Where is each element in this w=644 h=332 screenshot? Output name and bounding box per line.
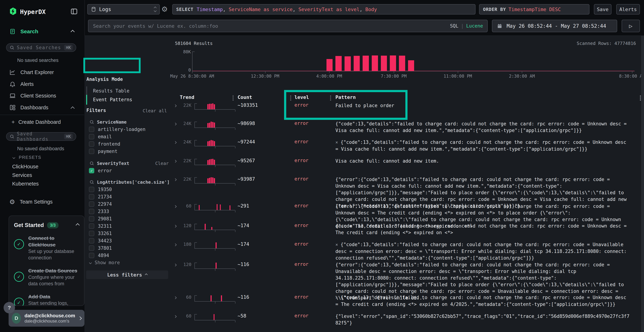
checkbox[interactable] [89,149,94,154]
trend-sparkline [194,140,235,146]
checkbox[interactable] [89,246,94,251]
pattern-cell[interactable]: × {"code":13,"details":"failed to charge… [336,120,632,134]
drag-handle-icon[interactable] [290,96,291,96]
checkbox[interactable] [89,202,94,207]
get-started-step[interactable]: ✓ Add Data Start sending logs, metrics, … [14,293,79,306]
chevron-up-icon[interactable] [76,223,80,227]
get-started-step[interactable]: ✓ Create Data Sources Configure where yo… [14,268,79,287]
pattern-cell[interactable]: × {"level":"error","span_id":"53060b827c… [336,313,632,326]
pattern-cell[interactable]: × {"code":13,"details":"failed to charge… [336,294,632,308]
event-search-bar[interactable]: SQL | Lucene [88,20,488,32]
pattern-text: {"code":13,"details":"failed to charge c… [336,121,627,133]
run-query-button[interactable]: ▷ [622,20,640,32]
pattern-cell[interactable]: × {"code":13,"details":"failed to charge… [336,241,632,261]
checkbox[interactable] [89,253,94,258]
source-select[interactable]: Logs [87,4,160,14]
pattern-cell[interactable]: × {"code":13,"details":"failed to charge… [336,223,632,236]
search-collapse-chevron-icon[interactable] [71,30,74,34]
help-button[interactable]: ? [4,302,15,314]
order-by-input[interactable]: ORDER BY TimestampTime DESC [479,4,590,14]
checkbox[interactable] [89,194,94,200]
save-button[interactable]: Save [594,4,612,14]
preset-dashboard-item[interactable]: ClickHouse [12,164,38,170]
less-filters-button[interactable]: Less filters [86,270,168,279]
search-input[interactable] [93,23,448,29]
trend-ymax-label: 24K [174,121,192,126]
filter-option[interactable]: 2333 [84,208,172,215]
pattern-cell[interactable]: × {"code":13,"details":"failed to charge… [336,139,632,152]
column-header-level[interactable]: level [294,94,309,100]
mode-results-table[interactable]: Results Table [93,88,130,94]
sidebar-item-dashboards[interactable]: Dashboards [9,104,48,111]
saved-searches-input[interactable]: Saved Searches ⌘K [6,43,76,52]
checkbox[interactable] [89,209,94,214]
filter-option[interactable]: 34423 [84,237,172,244]
search-icon[interactable] [90,120,94,124]
filter-option[interactable]: 19350 [84,186,172,193]
column-header-trend[interactable]: Trend [180,94,194,100]
filter-option[interactable]: 21734 [84,193,172,200]
filter-option[interactable]: 32311 [84,222,172,230]
create-dashboard-button[interactable]: + Create Dashboard [12,119,61,126]
collapse-sidebar-icon[interactable] [70,8,78,16]
preset-dashboard-item[interactable]: Kubernetes [12,181,39,187]
events-histogram[interactable] [192,52,634,71]
filter-option[interactable]: 37801 [84,244,172,252]
trend-sparkline [194,204,235,210]
scrollbar-track[interactable] [641,36,644,332]
mode-event-patterns[interactable]: Event Patterns [93,97,132,102]
dashboards-collapse-chevron-icon[interactable] [71,107,74,110]
preset-dashboard-item[interactable]: Services [12,172,32,178]
filter-option[interactable]: payment [84,148,172,155]
drag-handle-icon[interactable] [330,96,331,96]
filter-option[interactable]: 33261 [84,230,172,237]
checkbox[interactable] [89,231,94,236]
checkbox[interactable] [89,187,94,192]
sidebar-item-search[interactable]: Search [9,28,38,35]
source-settings-gear-icon[interactable]: ⚙ [161,5,168,13]
filter-option[interactable]: 4894 [84,252,172,259]
alerts-button[interactable]: Alerts [616,4,640,14]
date-range-picker[interactable]: May 26 08:52:44 - May 27 08:52:44 [492,20,617,32]
filter-option[interactable]: 22974 [84,200,172,208]
column-header-count[interactable]: Count [238,94,252,100]
filter-option[interactable]: 29081 [84,215,172,222]
filter-option[interactable]: email [84,133,172,140]
sidebar-item-team-settings[interactable]: ⚙ Team Settings [9,198,52,206]
show-more-link[interactable]: Show more [90,260,120,265]
pattern-cell[interactable]: × Failed to place order [336,102,632,109]
sidebar-item-client-sessions[interactable]: Client Sessions [9,92,56,99]
checkbox[interactable] [89,168,94,173]
user-account-chip[interactable]: D dale@clickhouse.com dale@clickhouse.co… [8,310,84,327]
column-header-pattern[interactable]: Pattern [336,94,356,100]
checkbox[interactable] [89,224,94,229]
lucene-mode-toggle[interactable]: Lucene [466,23,483,28]
checkbox[interactable] [89,216,94,222]
clear-all-filters-link[interactable]: Clear all [143,108,167,114]
count-cell: ~174 [238,241,249,247]
drag-handle-icon[interactable] [232,96,234,96]
checkbox[interactable] [89,127,94,132]
check-circle-icon: ✓ [14,298,24,306]
table-menu-kebab-icon[interactable] [640,96,641,96]
checkbox[interactable] [89,141,94,147]
search-icon[interactable] [90,180,94,184]
presets-toggle[interactable]: PRESETS [13,155,41,160]
no-saved-dashboards-text: No saved dashboards [17,146,64,152]
search-icon[interactable] [90,161,94,166]
clear-severity-filter-link[interactable]: Clear [155,161,169,166]
filter-option[interactable]: error [84,167,172,174]
get-started-step[interactable]: ✓ Connect to ClickHouse Set up your data… [14,235,79,261]
query-token: , [360,6,366,12]
sidebar-item-chart-explorer[interactable]: Chart Explorer [9,69,54,76]
sidebar-item-alerts[interactable]: Alerts [9,81,34,87]
filter-option[interactable]: artillery-loadgen [84,126,172,133]
pattern-cell[interactable]: × Visa cache full: cannot add new item. [336,158,632,164]
select-query-input[interactable]: SELECT Timestamp, ServiceName as service… [172,4,476,14]
sql-mode-toggle[interactable]: SQL [450,23,458,28]
checkbox[interactable] [89,134,94,139]
filter-option[interactable]: frontend [84,140,172,148]
trend-ymax-label: 60 [174,294,192,300]
checkbox[interactable] [89,238,94,244]
saved-dashboards-input[interactable]: Saved Dashboards ⌘K [6,132,76,141]
